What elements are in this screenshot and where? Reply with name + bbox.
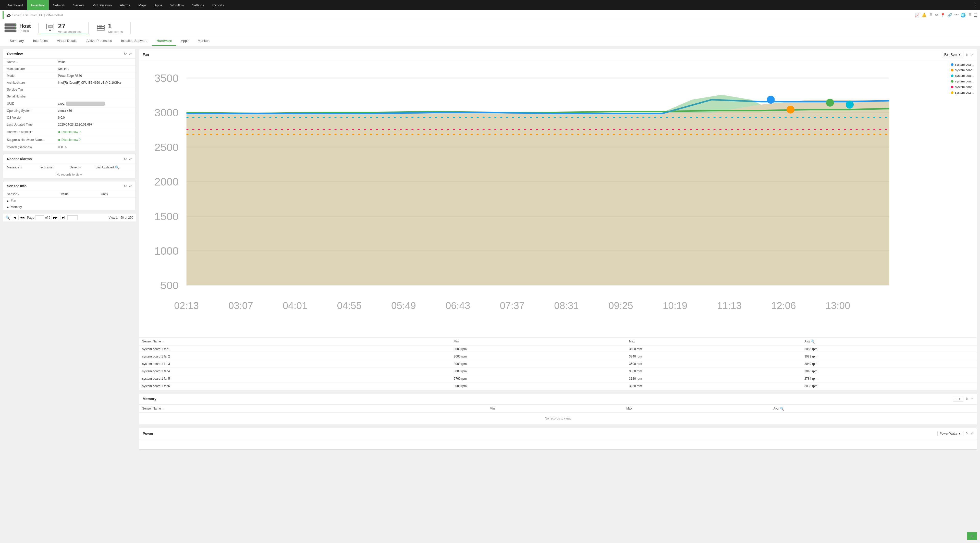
expand-sensor-icon[interactable]: ⤢ xyxy=(129,184,132,188)
field-manufacturer-label: Manufacturer xyxy=(3,65,54,73)
tab-interfaces[interactable]: Interfaces xyxy=(29,36,52,46)
expand-fan-icon[interactable]: ⤢ xyxy=(970,53,973,57)
next-page-button[interactable]: ▶▶ xyxy=(52,215,59,220)
vm-count: 27 xyxy=(58,22,81,30)
table-row: Model PowerEdge R830 xyxy=(3,73,135,79)
legend-dot-5 xyxy=(951,86,953,88)
link-icon[interactable]: 🔗 xyxy=(947,13,953,17)
email-icon[interactable]: ✉ xyxy=(935,13,938,17)
table-row: Operating System vmnix-x86 xyxy=(3,108,135,114)
table-row: Hardware Monitor ● Disable now ? xyxy=(3,128,135,136)
nav-network[interactable]: Network xyxy=(49,0,69,10)
nav-settings[interactable]: Settings xyxy=(188,0,208,10)
datastore-label: Datastores xyxy=(108,30,123,34)
fan-sensor-row: system board 1 fan3 3000 rpm 3600 rpm 30… xyxy=(139,360,977,367)
nav-servers[interactable]: Servers xyxy=(69,0,89,10)
recent-alarms-card: Recent Alarms ↻ ⤢ Message ▲ Technician S… xyxy=(3,154,136,178)
memory-dropdown[interactable]: ─ ▼ xyxy=(953,396,963,402)
tab-active-processes[interactable]: Active Processes xyxy=(82,36,117,46)
field-uuid-value: cxod: xyxy=(54,100,135,108)
chart-icon[interactable]: 📈 xyxy=(915,13,920,17)
uuid-prefix: cxod: xyxy=(58,102,65,105)
wave-icon[interactable]: 〰 xyxy=(955,13,959,17)
fan-sensor-row: system board 1 fan4 3000 rpm 3360 rpm 30… xyxy=(139,367,977,375)
nav-dashboard[interactable]: Dashboard xyxy=(3,0,27,10)
expand-alarms-icon[interactable]: ⤢ xyxy=(129,157,132,161)
tab-installed-software[interactable]: Installed Software xyxy=(116,36,152,46)
bell-icon[interactable]: 🔔 xyxy=(921,13,927,17)
memory-search-icon[interactable]: 🔍 xyxy=(780,406,784,411)
refresh-memory-icon[interactable]: ↻ xyxy=(966,397,968,401)
tab-hardware[interactable]: Hardware xyxy=(152,36,177,46)
nav-more-icon[interactable]: ⋮ xyxy=(973,2,977,8)
top-navigation: Dashboard Inventory Network Servers Virt… xyxy=(0,0,980,10)
page-input[interactable]: 1 xyxy=(35,215,44,220)
refresh-alarms-icon[interactable]: ↻ xyxy=(124,157,127,161)
svg-rect-0 xyxy=(5,24,16,26)
nav-alarms[interactable]: Alarms xyxy=(116,0,134,10)
tab-apps[interactable]: Apps xyxy=(177,36,193,46)
memory-card-header: Memory ─ ▼ ↻ ⤢ xyxy=(139,394,977,405)
table-row: Serial Number xyxy=(3,93,135,100)
sensor-name-cell: system board 1 fan2 xyxy=(139,352,451,360)
sensor-max-cell: 3600 rpm xyxy=(626,345,801,352)
globe-icon[interactable]: 🌐 xyxy=(961,13,966,17)
node-path: Server | ESXServer | CLI | VMware-Host xyxy=(13,14,63,17)
hardware-monitor-text[interactable]: Disable now ? xyxy=(62,130,81,134)
tab-summary[interactable]: Summary xyxy=(5,36,29,46)
memory-title: Memory xyxy=(143,397,156,401)
tab-virtual-details[interactable]: Virtual Details xyxy=(52,36,82,46)
breadcrumb-bar: n2- Server | ESXServer | CLI | VMware-Ho… xyxy=(0,10,980,20)
suppress-alarms-badge[interactable]: ● Disable now ? xyxy=(58,138,81,142)
field-model-label: Model xyxy=(3,73,54,79)
fan-dropdown[interactable]: Fan-Rpm ▼ xyxy=(942,52,963,57)
fan-dropdown-value: Fan-Rpm xyxy=(944,53,957,56)
nav-reports[interactable]: Reports xyxy=(208,0,228,10)
legend-label-3: system boar... xyxy=(955,74,974,78)
alarms-header-icons: ↻ ⤢ xyxy=(124,157,132,161)
sensor-col-sensor: Sensor ▲ xyxy=(3,191,57,198)
node-name: n2- xyxy=(6,13,11,17)
fan-sensor-search-icon[interactable]: 🔍 xyxy=(811,339,815,343)
of-label: of xyxy=(45,216,48,219)
sensor-info-card: Sensor Info ↻ ⤢ Sensor ▲ Value Units xyxy=(3,181,136,210)
nav-virtualization[interactable]: Virtualization xyxy=(89,0,116,10)
sensor-group-memory[interactable]: ▶ Memory xyxy=(3,204,135,210)
overview-card: Overview ↻ ⤢ Name ▲ Value Manufacturer D… xyxy=(3,49,136,151)
nav-maps[interactable]: Maps xyxy=(134,0,151,10)
refresh-sensor-icon[interactable]: ↻ xyxy=(124,184,127,188)
left-panel: Overview ↻ ⤢ Name ▲ Value Manufacturer D… xyxy=(3,49,136,449)
nav-inventory[interactable]: Inventory xyxy=(27,0,49,10)
alarms-search-icon[interactable]: 🔍 xyxy=(115,165,119,170)
nav-apps[interactable]: Apps xyxy=(151,0,166,10)
refresh-icon[interactable]: ↻ xyxy=(124,52,127,56)
prev-page-button[interactable]: ◀◀ xyxy=(18,215,26,220)
memory-sensor-table: Sensor Name ▲ Min Max Avg 🔍 xyxy=(139,405,977,425)
location-icon[interactable]: 📍 xyxy=(940,13,945,17)
suppress-alarms-text[interactable]: Disable now ? xyxy=(62,138,81,141)
last-page-button[interactable]: ▶| xyxy=(60,215,67,220)
expand-power-icon[interactable]: ⤢ xyxy=(970,432,973,435)
svg-rect-1 xyxy=(5,27,16,29)
edit-icon[interactable]: ✎ xyxy=(65,145,67,149)
tab-monitors[interactable]: Monitors xyxy=(193,36,215,46)
sensor-group-fan[interactable]: ▶ Fan xyxy=(3,198,135,204)
svg-text:09:25: 09:25 xyxy=(608,300,633,311)
refresh-fan-icon[interactable]: ↻ xyxy=(966,53,968,57)
search-bottom-icon[interactable]: 🔍 xyxy=(6,216,10,220)
breadcrumb-action-icons: 📈 🔔 🖥 ✉ 📍 🔗 〰 🌐 🖥 ☰ xyxy=(915,13,977,17)
monitor-icon[interactable]: 🖥 xyxy=(929,13,933,17)
per-page-input[interactable]: 50 xyxy=(67,215,78,220)
hardware-monitor-badge[interactable]: ● Disable now ? xyxy=(58,130,81,134)
refresh-power-icon[interactable]: ↻ xyxy=(966,432,968,435)
nav-workflow[interactable]: Workflow xyxy=(166,0,188,10)
first-page-button[interactable]: |◀ xyxy=(11,215,18,220)
expand-icon[interactable]: ⤢ xyxy=(129,52,132,56)
sensor-min-cell: 3000 rpm xyxy=(451,352,626,360)
power-dropdown[interactable]: Power-Watts ▼ xyxy=(937,431,963,437)
sensor-max-cell: 3600 rpm xyxy=(626,360,801,367)
sensor-min-cell: 2760 rpm xyxy=(451,375,626,382)
expand-memory-icon[interactable]: ⤢ xyxy=(970,397,973,401)
menu-icon[interactable]: ☰ xyxy=(974,13,977,17)
screen-icon[interactable]: 🖥 xyxy=(968,13,972,17)
